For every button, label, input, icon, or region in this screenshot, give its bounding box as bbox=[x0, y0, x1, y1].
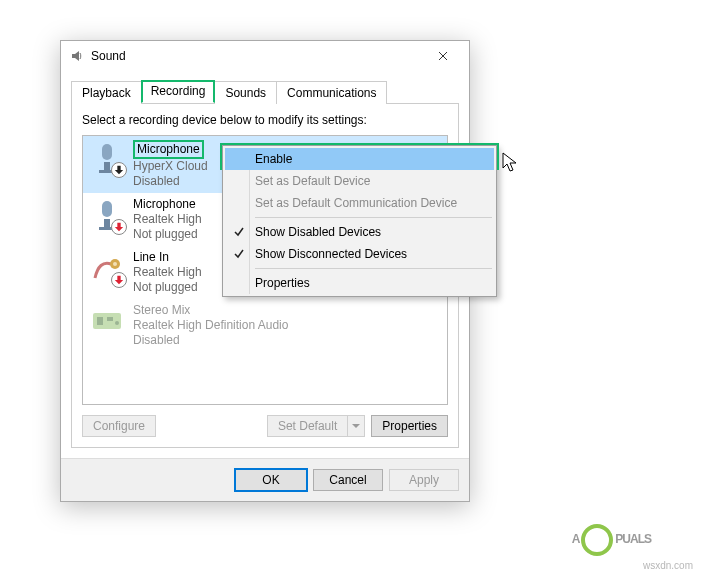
menu-label: Show Disconnected Devices bbox=[255, 247, 407, 261]
unplugged-badge-icon bbox=[111, 219, 127, 235]
device-text: Line In Realtek High Not plugged bbox=[133, 250, 202, 295]
tab-button-row: Configure Set Default Properties bbox=[82, 415, 448, 437]
menu-label: Enable bbox=[255, 152, 292, 166]
svg-rect-4 bbox=[104, 219, 110, 227]
window-title: Sound bbox=[91, 49, 423, 63]
menu-properties[interactable]: Properties bbox=[225, 272, 494, 294]
logo-text-pre: A bbox=[572, 532, 580, 546]
menu-label: Properties bbox=[255, 276, 310, 290]
menu-show-disabled[interactable]: Show Disabled Devices bbox=[225, 221, 494, 243]
checkmark-icon bbox=[231, 224, 247, 240]
set-default-split-button[interactable]: Set Default bbox=[267, 415, 365, 437]
device-name: Stereo Mix bbox=[133, 303, 288, 318]
device-text: Microphone HyperX Cloud Disabled bbox=[133, 140, 208, 189]
dialog-footer: OK Cancel Apply bbox=[61, 458, 469, 501]
titlebar: Sound bbox=[61, 41, 469, 71]
device-subtitle: Realtek High bbox=[133, 265, 202, 280]
cancel-button[interactable]: Cancel bbox=[313, 469, 383, 491]
device-subtitle: Realtek High bbox=[133, 212, 202, 227]
device-item-stereo-mix[interactable]: Stereo Mix Realtek High Definition Audio… bbox=[83, 299, 447, 352]
device-subtitle: HyperX Cloud bbox=[133, 159, 208, 174]
device-status: Disabled bbox=[133, 174, 208, 189]
device-name: Microphone bbox=[133, 140, 204, 159]
logo-text-post: PUALS bbox=[615, 532, 651, 546]
menu-separator bbox=[255, 217, 492, 218]
tab-sounds[interactable]: Sounds bbox=[214, 81, 277, 104]
close-icon bbox=[438, 51, 448, 61]
instruction-text: Select a recording device below to modif… bbox=[82, 113, 448, 127]
close-button[interactable] bbox=[423, 42, 463, 70]
menu-show-disconnected[interactable]: Show Disconnected Devices bbox=[225, 243, 494, 265]
svg-rect-3 bbox=[102, 201, 112, 217]
sound-icon bbox=[69, 48, 85, 64]
menu-label: Set as Default Device bbox=[255, 174, 370, 188]
menu-set-default[interactable]: Set as Default Device bbox=[225, 170, 494, 192]
device-name: Line In bbox=[133, 250, 202, 265]
device-status: Not plugged bbox=[133, 227, 202, 242]
properties-button[interactable]: Properties bbox=[371, 415, 448, 437]
set-default-dropdown[interactable] bbox=[347, 415, 365, 437]
device-subtitle: Realtek High Definition Audio bbox=[133, 318, 288, 333]
apply-button[interactable]: Apply bbox=[389, 469, 459, 491]
set-default-button[interactable]: Set Default bbox=[267, 415, 347, 437]
tab-playback[interactable]: Playback bbox=[71, 81, 142, 104]
menu-label: Set as Default Communication Device bbox=[255, 196, 457, 210]
tab-communications[interactable]: Communications bbox=[276, 81, 387, 104]
svg-rect-1 bbox=[104, 162, 110, 170]
svg-rect-9 bbox=[97, 317, 103, 325]
ok-button[interactable]: OK bbox=[235, 469, 307, 491]
device-text: Stereo Mix Realtek High Definition Audio… bbox=[133, 303, 288, 348]
line-in-icon bbox=[89, 250, 125, 286]
svg-point-11 bbox=[115, 321, 119, 325]
menu-label: Show Disabled Devices bbox=[255, 225, 381, 239]
appuals-logo: A PUALS bbox=[572, 523, 651, 555]
svg-rect-10 bbox=[107, 317, 113, 321]
stereo-mix-icon bbox=[89, 303, 125, 339]
device-status: Disabled bbox=[133, 333, 288, 348]
svg-rect-0 bbox=[102, 144, 112, 160]
tab-strip: Playback Recording Sounds Communications bbox=[71, 80, 459, 104]
context-menu: Enable Set as Default Device Set as Defa… bbox=[222, 145, 497, 297]
microphone-icon bbox=[89, 140, 125, 176]
logo-circle-icon bbox=[581, 524, 613, 556]
watermark: wsxdn.com bbox=[643, 560, 693, 571]
menu-enable[interactable]: Enable bbox=[225, 148, 494, 170]
unplugged-badge-icon bbox=[111, 272, 127, 288]
menu-set-comm-default[interactable]: Set as Default Communication Device bbox=[225, 192, 494, 214]
svg-point-7 bbox=[113, 262, 117, 266]
disabled-badge-icon bbox=[111, 162, 127, 178]
menu-separator bbox=[255, 268, 492, 269]
checkmark-icon bbox=[231, 246, 247, 262]
microphone-icon bbox=[89, 197, 125, 233]
device-text: Microphone Realtek High Not plugged bbox=[133, 197, 202, 242]
configure-button[interactable]: Configure bbox=[82, 415, 156, 437]
device-name: Microphone bbox=[133, 197, 202, 212]
device-status: Not plugged bbox=[133, 280, 202, 295]
tab-recording[interactable]: Recording bbox=[141, 80, 216, 103]
chevron-down-icon bbox=[352, 422, 360, 430]
cursor-icon bbox=[502, 152, 520, 177]
